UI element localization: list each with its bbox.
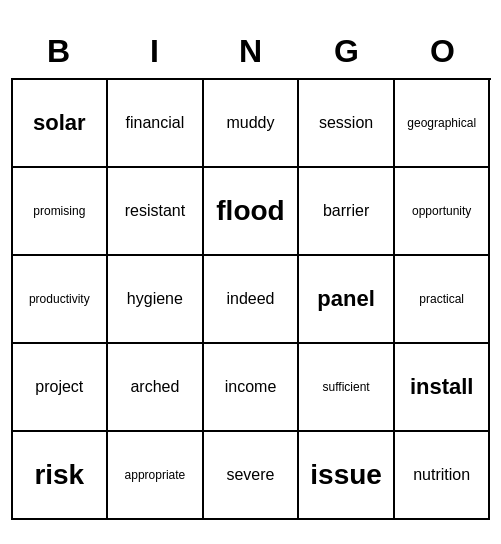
cell-text: issue — [310, 459, 382, 491]
cell-text: nutrition — [413, 466, 470, 484]
bingo-cell: financial — [108, 80, 204, 168]
header-letter: N — [203, 25, 299, 78]
bingo-cell: issue — [299, 432, 395, 520]
cell-text: practical — [419, 292, 464, 306]
bingo-cell: resistant — [108, 168, 204, 256]
cell-text: risk — [34, 459, 84, 491]
bingo-cell: risk — [13, 432, 109, 520]
bingo-cell: promising — [13, 168, 109, 256]
bingo-cell: hygiene — [108, 256, 204, 344]
cell-text: financial — [126, 114, 185, 132]
bingo-cell: appropriate — [108, 432, 204, 520]
bingo-cell: project — [13, 344, 109, 432]
cell-text: project — [35, 378, 83, 396]
cell-text: muddy — [226, 114, 274, 132]
cell-text: opportunity — [412, 204, 471, 218]
bingo-cell: sufficient — [299, 344, 395, 432]
cell-text: session — [319, 114, 373, 132]
bingo-cell: barrier — [299, 168, 395, 256]
cell-text: solar — [33, 110, 86, 136]
bingo-cell: income — [204, 344, 300, 432]
cell-text: productivity — [29, 292, 90, 306]
bingo-cell: arched — [108, 344, 204, 432]
cell-text: geographical — [407, 116, 476, 130]
bingo-cell: muddy — [204, 80, 300, 168]
bingo-cell: opportunity — [395, 168, 491, 256]
cell-text: severe — [226, 466, 274, 484]
cell-text: install — [410, 374, 474, 400]
cell-text: barrier — [323, 202, 369, 220]
bingo-cell: panel — [299, 256, 395, 344]
header-letter: B — [11, 25, 107, 78]
cell-text: flood — [216, 195, 284, 227]
bingo-cell: install — [395, 344, 491, 432]
cell-text: resistant — [125, 202, 185, 220]
bingo-cell: practical — [395, 256, 491, 344]
cell-text: income — [225, 378, 277, 396]
cell-text: appropriate — [125, 468, 186, 482]
bingo-cell: session — [299, 80, 395, 168]
bingo-cell: productivity — [13, 256, 109, 344]
bingo-cell: geographical — [395, 80, 491, 168]
cell-text: hygiene — [127, 290, 183, 308]
header-letter: G — [299, 25, 395, 78]
bingo-grid: solarfinancialmuddysessiongeographicalpr… — [11, 78, 491, 520]
bingo-cell: flood — [204, 168, 300, 256]
bingo-cell: solar — [13, 80, 109, 168]
header-letter: I — [107, 25, 203, 78]
cell-text: arched — [130, 378, 179, 396]
cell-text: panel — [317, 286, 374, 312]
cell-text: sufficient — [323, 380, 370, 394]
cell-text: indeed — [226, 290, 274, 308]
cell-text: promising — [33, 204, 85, 218]
bingo-card: BINGO solarfinancialmuddysessiongeograph… — [11, 25, 491, 520]
bingo-cell: indeed — [204, 256, 300, 344]
header-letter: O — [395, 25, 491, 78]
bingo-cell: severe — [204, 432, 300, 520]
bingo-cell: nutrition — [395, 432, 491, 520]
bingo-header: BINGO — [11, 25, 491, 78]
